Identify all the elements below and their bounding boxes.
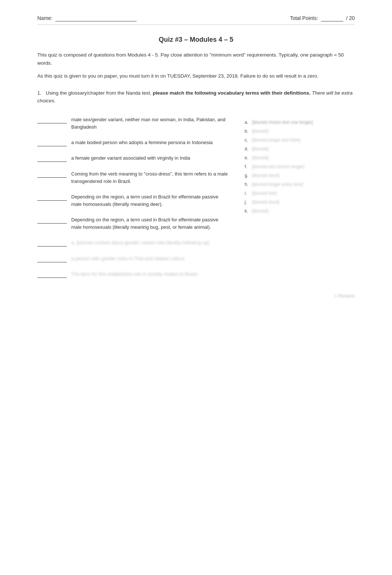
definition-item-1: male sex/gender variant, neither man nor… [37, 116, 230, 131]
page-container: Name: Total Points: / 20 Quiz #3 – Modul… [30, 0, 362, 313]
choice-item-k: k. [blurred] [245, 208, 355, 214]
quiz-title: Quiz #3 – Modules 4 – 5 [37, 36, 355, 44]
answer-blank-2[interactable] [37, 140, 67, 146]
definition-item-3: a female gender variant associated with … [37, 154, 230, 162]
choice-bullet-i: i. [245, 191, 250, 196]
choice-text-d: [blurred] [252, 146, 268, 152]
definition-item-9: The term for this established role in so… [37, 271, 230, 278]
choice-text-a: [blurred choice text one longer] [252, 120, 313, 125]
question-1-normal-text: Using the glossary/chapter from the Nand… [46, 90, 153, 96]
choice-item-g: g. [blurred short] [245, 173, 355, 178]
name-field: Name: [37, 15, 137, 21]
definition-text-1: male sex/gender variant, neither man nor… [71, 116, 230, 131]
page-bottom: 1 Rename [37, 293, 355, 299]
definition-item-8: a person with gender roles in Thai and r… [37, 255, 230, 262]
choice-bullet-k: k. [245, 208, 250, 214]
choice-bullet-d: d. [245, 146, 250, 152]
choice-item-c: c. [blurred longer text here] [245, 137, 355, 143]
answer-blank-7[interactable] [37, 240, 67, 246]
choice-text-h: [blurred longer entry here] [252, 182, 303, 187]
definitions-column: male sex/gender variant, neither man nor… [37, 116, 230, 286]
points-input-line [321, 15, 343, 21]
answer-blank-6[interactable] [37, 217, 67, 224]
question-1-text: 1. Using the glossary/chapter from the N… [37, 89, 355, 105]
choice-bullet-j: j. [245, 200, 250, 205]
choice-item-d: d. [blurred] [245, 146, 355, 152]
choice-bullet-a: a. [245, 120, 250, 125]
choice-text-e: [blurred] [252, 155, 268, 160]
choice-text-f: [blurred text choice longer] [252, 164, 304, 169]
choice-bullet-h: h. [245, 182, 250, 187]
definition-text-8: a person with gender roles in Thai and r… [71, 255, 185, 262]
choice-item-i: i. [blurred text] [245, 191, 355, 196]
answer-blank-9[interactable] [37, 271, 67, 278]
choice-text-j: [blurred short] [252, 200, 279, 205]
question-1: 1. Using the glossary/chapter from the N… [37, 89, 355, 286]
definition-text-9: The term for this established role in so… [71, 271, 198, 278]
choice-bullet-c: c. [245, 137, 250, 143]
definition-item-6: Depending on the region, a term used in … [37, 216, 230, 231]
choice-text-g: [blurred short] [252, 173, 279, 178]
points-label: Total Points: [290, 15, 318, 21]
choice-item-a: a. [blurred choice text one longer] [245, 120, 355, 125]
definition-text-2: a male bodied person who adopts a femini… [71, 139, 213, 146]
name-label: Name: [37, 15, 52, 21]
question-1-bold-text: please match the following vocabulary te… [153, 90, 311, 96]
definition-text-5: Depending on the region, a term used in … [71, 193, 230, 208]
definition-item-4: Coming from the verb meaning to "cross-d… [37, 170, 230, 185]
choice-item-f: f. [blurred text choice longer] [245, 164, 355, 169]
name-input-line [55, 15, 137, 21]
answer-blank-4[interactable] [37, 171, 67, 178]
definition-item-7: a. [blurred content about gender variant… [37, 239, 230, 246]
choice-bullet-e: e. [245, 155, 250, 160]
answer-blank-3[interactable] [37, 155, 67, 162]
choice-text-i: [blurred text] [252, 191, 277, 196]
choice-item-j: j. [blurred short] [245, 200, 355, 205]
definition-text-7: a. [blurred content about gender variant… [71, 239, 209, 246]
page-indicator: 1 Rename [334, 293, 355, 299]
intro-para2: As this quiz is given to you on paper, y… [37, 72, 355, 80]
points-field: Total Points: / 20 [290, 15, 355, 21]
choices-column: a. [blurred choice text one longer] b. [… [245, 116, 355, 286]
answer-blank-5[interactable] [37, 194, 67, 201]
choice-item-h: h. [blurred longer entry here] [245, 182, 355, 187]
answer-blank-1[interactable] [37, 117, 67, 123]
header-row: Name: Total Points: / 20 [37, 15, 355, 25]
answer-blank-8[interactable] [37, 256, 67, 262]
intro-para1: This quiz is composed of questions from … [37, 51, 355, 67]
choice-text-k: [blurred] [252, 208, 268, 214]
points-denominator: / 20 [346, 15, 355, 21]
choice-bullet-f: f. [245, 164, 250, 169]
definition-text-3: a female gender variant associated with … [71, 154, 190, 162]
choice-item-b: b. [blurred] [245, 129, 355, 134]
choice-bullet-g: g. [245, 173, 250, 178]
definition-item-2: a male bodied person who adopts a femini… [37, 139, 230, 146]
choice-text-b: [blurred] [252, 129, 268, 134]
choice-bullet-b: b. [245, 129, 250, 134]
definition-text-6: Depending on the region, a term used in … [71, 216, 230, 231]
question-1-number: 1. [37, 90, 41, 96]
definition-item-5: Depending on the region, a term used in … [37, 193, 230, 208]
matching-area: male sex/gender variant, neither man nor… [37, 116, 355, 286]
definition-text-4: Coming from the verb meaning to "cross-d… [71, 170, 230, 185]
choice-text-c: [blurred longer text here] [252, 137, 300, 143]
choice-item-e: e. [blurred] [245, 155, 355, 160]
